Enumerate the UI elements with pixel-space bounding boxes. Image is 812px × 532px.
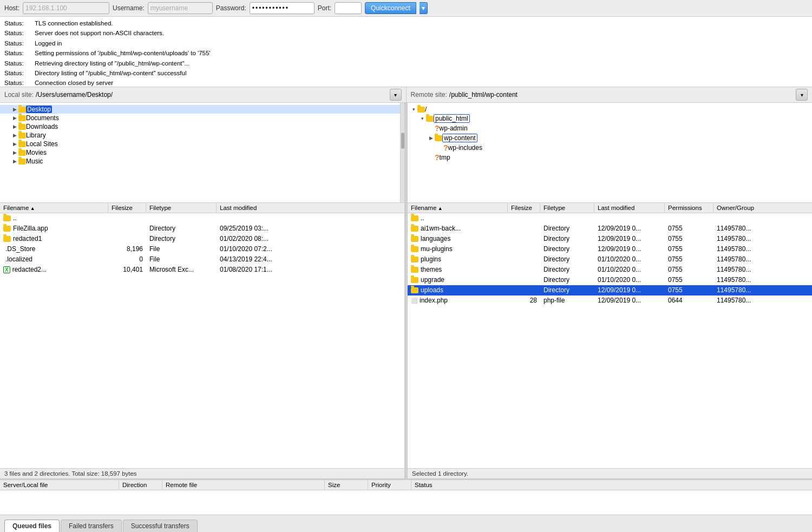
- file-cell-filesize: 0: [108, 255, 146, 264]
- folder-icon: [18, 115, 26, 121]
- local-file-row[interactable]: redacted1 Directory 01/02/2020 08:...: [0, 234, 404, 244]
- file-cell-lastmod: 01/10/2020 07:2...: [217, 245, 404, 253]
- local-file-header-cell[interactable]: Filesize: [108, 203, 146, 213]
- local-file-header-cell[interactable]: Filename: [0, 203, 108, 213]
- local-file-row[interactable]: Xredacted2... 10,401 Microsoft Exc... 01…: [0, 265, 404, 275]
- folder-icon: [3, 236, 11, 242]
- remote-tree-item[interactable]: ▾/: [408, 105, 812, 114]
- status-line: Status:Directory listing of "/public_htm…: [4, 68, 808, 78]
- remote-file-row[interactable]: themes Directory 01/10/2020 0... 0755 11…: [408, 265, 812, 275]
- remote-file-header-cell[interactable]: Filename: [408, 203, 508, 213]
- remote-filename-text: plugins: [421, 255, 441, 263]
- bottom-tab[interactable]: Queued files: [4, 520, 60, 532]
- tree-arrow: ▶: [11, 107, 18, 112]
- local-file-row[interactable]: .DS_Store 8,196 File 01/10/2020 07:2...: [0, 244, 404, 254]
- local-tree-scrollbar[interactable]: [400, 103, 404, 202]
- remote-tree-panel: ▾/▾public_html?wp-admin▶wp-content?wp-in…: [408, 103, 812, 202]
- remote-file-cell-filetype: Directory: [540, 286, 594, 294]
- toolbar: Host: Username: Password: Port: Quickcon…: [0, 0, 812, 17]
- remote-file-row[interactable]: languages Directory 12/09/2019 0... 0755…: [408, 234, 812, 244]
- local-file-row[interactable]: FileZilla.app Directory 09/25/2019 03:..…: [0, 224, 404, 234]
- remote-file-row[interactable]: uploads Directory 12/09/2019 0... 0755 1…: [408, 285, 812, 295]
- transfer-header-cell: Direction: [119, 480, 162, 490]
- remote-file-header-cell[interactable]: Last modified: [594, 203, 665, 213]
- remote-file-cell-filesize: [508, 248, 540, 249]
- file-cell-filesize: 10,401: [108, 265, 146, 274]
- remote-file-cell-filename: ..: [408, 214, 508, 222]
- remote-tree-item-label: /: [425, 106, 427, 113]
- remote-file-cell-filesize: 28: [508, 296, 540, 305]
- local-file-rows: .. FileZilla.app Directory 09/25/2019 03…: [0, 213, 404, 468]
- remote-filename-text: uploads: [421, 286, 443, 294]
- remote-file-cell-filetype: Directory: [540, 224, 594, 233]
- local-tree-item[interactable]: ▶Local Sites: [0, 140, 404, 148]
- transfer-header: Server/Local fileDirectionRemote fileSiz…: [0, 480, 812, 490]
- remote-site-dropdown[interactable]: ▾: [796, 89, 808, 101]
- folder-icon: [426, 116, 434, 122]
- remote-site-path: /public_html/wp-content: [449, 91, 796, 98]
- remote-file-cell-owner: 11495780...: [713, 275, 812, 284]
- local-file-row[interactable]: ..: [0, 213, 404, 224]
- bottom-tab[interactable]: Successful transfers: [123, 520, 198, 532]
- remote-file-header-cell[interactable]: Filesize: [508, 203, 540, 213]
- remote-file-cell-filetype: Directory: [540, 265, 594, 274]
- remote-file-header-cell[interactable]: Permissions: [665, 203, 713, 213]
- local-tree-item[interactable]: ▶Movies: [0, 148, 404, 157]
- status-line: Status:Retrieving directory listing of "…: [4, 58, 808, 68]
- remote-tree-item[interactable]: ▶wp-content: [408, 133, 812, 143]
- file-cell-filetype: [146, 218, 217, 219]
- local-file-row[interactable]: .localized 0 File 04/13/2019 22:4...: [0, 254, 404, 265]
- remote-file-cell-lastmod: 12/09/2019 0...: [594, 296, 665, 305]
- file-cell-filename: FileZilla.app: [0, 224, 108, 233]
- username-input[interactable]: [148, 2, 213, 14]
- local-tree-item[interactable]: ▶Music: [0, 157, 404, 166]
- tree-item-label: Library: [26, 132, 46, 139]
- password-input[interactable]: [250, 2, 315, 14]
- local-tree-item[interactable]: ▶Documents: [0, 114, 404, 122]
- folder-icon: [18, 133, 26, 139]
- host-label: Host:: [4, 4, 19, 12]
- remote-file-row[interactable]: ai1wm-back... Directory 12/09/2019 0... …: [408, 224, 812, 234]
- tree-item-label: Downloads: [26, 123, 58, 130]
- quickconnect-button[interactable]: Quickconnect: [365, 2, 416, 14]
- local-tree-item[interactable]: ▶Library: [0, 131, 404, 140]
- remote-filename-text: index.php: [420, 297, 448, 304]
- remote-file-cell-permissions: 0755: [665, 286, 713, 294]
- remote-file-cell-filetype: php-file: [540, 296, 594, 305]
- transfer-header-cell: Remote file: [162, 480, 325, 490]
- remote-tree-item-label: wp-includes: [448, 144, 482, 152]
- remote-file-row[interactable]: ..: [408, 213, 812, 224]
- folder-icon: [3, 215, 11, 221]
- remote-file-row[interactable]: upgrade Directory 01/10/2020 0... 0755 1…: [408, 275, 812, 285]
- local-file-header-cell[interactable]: Filetype: [146, 203, 217, 213]
- remote-file-cell-filename: ai1wm-back...: [408, 224, 508, 233]
- host-input[interactable]: [23, 2, 109, 14]
- remote-tree-item[interactable]: ?wp-admin: [408, 123, 812, 133]
- local-site-dropdown[interactable]: ▾: [390, 89, 402, 101]
- file-panels-wrapper: FilenameFilesizeFiletypeLast modified ..…: [0, 203, 812, 480]
- remote-file-cell-filesize: [508, 218, 540, 219]
- status-value: TLS connection established.: [35, 18, 113, 28]
- remote-file-header-cell[interactable]: Filetype: [540, 203, 594, 213]
- local-tree-panel: ▶Desktop▶Documents▶Downloads▶Library▶Loc…: [0, 103, 405, 202]
- local-tree-item[interactable]: ▶Downloads: [0, 122, 404, 131]
- remote-tree-item[interactable]: ?tmp: [408, 153, 812, 162]
- tree-arrow: ▶: [11, 150, 18, 155]
- remote-file-cell-permissions: 0755: [665, 255, 713, 264]
- port-input[interactable]: [335, 2, 362, 14]
- remote-tree-item[interactable]: ▾public_html: [408, 114, 812, 123]
- file-cell-filetype: Microsoft Exc...: [146, 265, 217, 274]
- remote-file-header-cell[interactable]: Owner/Group: [713, 203, 812, 213]
- quickconnect-dropdown-button[interactable]: ▾: [420, 2, 428, 14]
- local-tree-item[interactable]: ▶Desktop: [0, 105, 404, 114]
- local-file-header-cell[interactable]: Last modified: [217, 203, 404, 213]
- remote-file-cell-lastmod: 12/09/2019 0...: [594, 286, 665, 294]
- remote-file-row[interactable]: ⬜index.php 28 php-file 12/09/2019 0... 0…: [408, 295, 812, 306]
- bottom-tab[interactable]: Failed transfers: [61, 520, 122, 532]
- php-icon: ⬜: [411, 298, 417, 304]
- remote-filename-text: ai1wm-back...: [421, 225, 461, 232]
- remote-file-row[interactable]: mu-plugins Directory 12/09/2019 0... 075…: [408, 244, 812, 254]
- remote-tree-item[interactable]: ?wp-includes: [408, 143, 812, 153]
- local-tree-scrollbar-thumb: [401, 133, 404, 149]
- remote-file-row[interactable]: plugins Directory 01/10/2020 0... 0755 1…: [408, 254, 812, 265]
